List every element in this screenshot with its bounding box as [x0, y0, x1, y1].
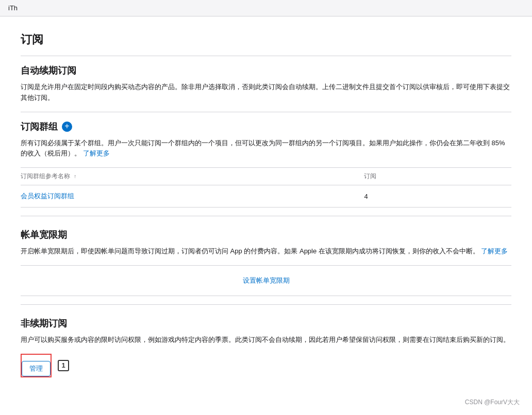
non-renewal-title: 非续期订阅: [21, 317, 511, 330]
non-renewal-desc: 用户可以购买服务或内容的限时访问权限，例如游戏内特定内容的季票。此类订阅不会自动…: [21, 335, 511, 345]
annotation-badge: 1: [58, 360, 69, 371]
top-bar: iTh: [0, 0, 532, 16]
page-title: 订阅: [21, 32, 511, 47]
manage-row: 管理 1: [21, 354, 511, 377]
set-billing-link[interactable]: 设置帐单宽限期: [21, 265, 511, 296]
billing-grace-title: 帐单宽限期: [21, 229, 511, 241]
group-name-link[interactable]: 会员权益订阅群组: [21, 192, 74, 200]
subscription-group-section: 订阅群组 + 所有订阅必须属于某个群组。用户一次只能订阅一个群组内的一个项目，但…: [21, 120, 511, 208]
auto-renewal-title: 自动续期订阅: [21, 64, 511, 77]
group-section-title: 订阅群组: [21, 120, 58, 133]
section2-divider: [21, 216, 511, 216]
subscription-group-table: 订阅群组参考名称 ↑ 订阅 会员权益订阅群组 4: [21, 167, 511, 208]
footer-watermark: CSDN @FourV大大: [465, 398, 520, 407]
col-name-header[interactable]: 订阅群组参考名称 ↑: [21, 168, 364, 185]
main-content: 订阅 自动续期订阅 订阅是允许用户在固定时间段内购买动态内容的产品。除非用户选择…: [0, 16, 532, 393]
section1-divider: [21, 112, 511, 112]
group-desc: 所有订阅必须属于某个群组。用户一次只能订阅一个群组内的一个项目，但可以更改为同一…: [21, 138, 511, 160]
table-row: 会员权益订阅群组 4: [21, 185, 511, 208]
auto-renewal-section: 自动续期订阅 订阅是允许用户在固定时间段内购买动态内容的产品。除非用户选择取消，…: [21, 64, 511, 103]
group-title-row: 订阅群组 +: [21, 120, 511, 133]
group-name-cell: 会员权益订阅群组: [21, 185, 364, 208]
manage-button[interactable]: 管理: [22, 361, 51, 376]
billing-learn-more-link[interactable]: 了解更多: [481, 247, 508, 255]
billing-grace-desc: 开启帐单宽限期后，即使因帐单问题而导致订阅过期，订阅者仍可访问 App 的付费内…: [21, 246, 511, 257]
col-subscriptions-header: 订阅: [364, 168, 511, 185]
sort-arrow-icon: ↑: [74, 174, 76, 179]
manage-highlight-box: 管理: [21, 354, 52, 377]
add-group-button[interactable]: +: [62, 122, 72, 132]
group-subscriptions-cell: 4: [364, 185, 511, 208]
title-divider: [21, 56, 511, 56]
auto-renewal-desc: 订阅是允许用户在固定时间段内购买动态内容的产品。除非用户选择取消，否则此类订阅会…: [21, 82, 511, 103]
group-learn-more-link[interactable]: 了解更多: [83, 149, 110, 157]
billing-grace-section: 帐单宽限期 开启帐单宽限期后，即使因帐单问题而导致订阅过期，订阅者仍可访问 Ap…: [21, 229, 511, 296]
non-renewal-section: 非续期订阅 用户可以购买服务或内容的限时访问权限，例如游戏内特定内容的季票。此类…: [21, 317, 511, 377]
section3-divider: [21, 304, 511, 305]
app-name: iTh: [8, 4, 18, 12]
billing-grace-desc-text: 开启帐单宽限期后，即使因帐单问题而导致订阅过期，订阅者仍可访问 App 的付费内…: [21, 247, 479, 255]
